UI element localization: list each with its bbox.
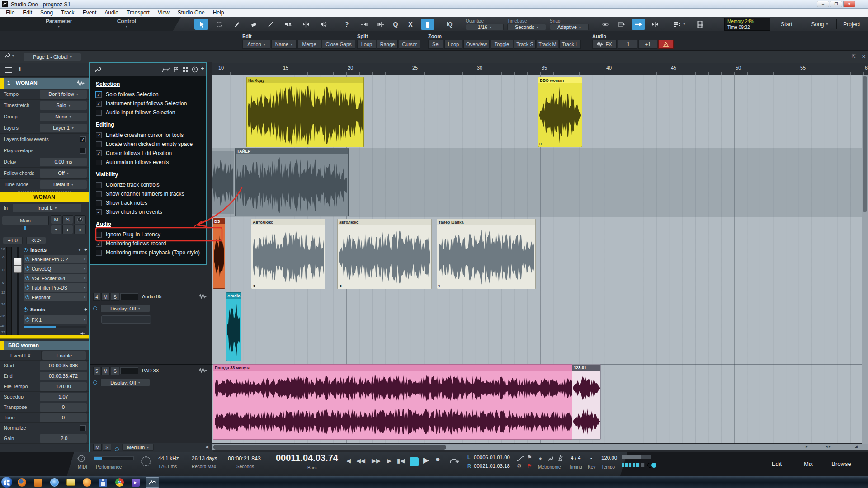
audio-event[interactable]: автолюкс ◀ (337, 219, 432, 289)
quantize-select[interactable]: 1/16 (466, 24, 504, 30)
audio-event[interactable]: АвтоЛюкс ◀ (251, 219, 326, 289)
zoom-overview-button[interactable]: Overview (463, 40, 490, 49)
timing-value[interactable]: 4 / 4 (571, 455, 580, 460)
tempo-value[interactable]: 120.00 (601, 455, 617, 460)
audio-event[interactable]: ТАЙЕР (235, 148, 349, 216)
audio-fx-button[interactable]: FX (592, 40, 617, 49)
transpose-minus-button[interactable]: -1 (618, 40, 637, 49)
minimize-button[interactable]: – (817, 1, 829, 7)
checkbox[interactable] (96, 141, 102, 147)
key-value[interactable]: - (590, 455, 592, 460)
explorer-icon[interactable] (65, 477, 76, 488)
power-icon[interactable] (25, 318, 29, 322)
vertical-scrollbar[interactable] (862, 75, 868, 444)
gear-icon[interactable]: ⚙ (517, 463, 522, 469)
snap-select[interactable]: Adaptive (550, 24, 589, 30)
menu-view[interactable]: View (154, 9, 174, 16)
event-fx-enable-button[interactable]: Enable (42, 351, 86, 360)
solo-button[interactable]: S (62, 215, 73, 224)
power-icon[interactable] (25, 257, 29, 261)
close-button[interactable]: ✕ (843, 1, 855, 7)
track-4-solo[interactable]: S (111, 293, 119, 301)
firefox-icon[interactable] (16, 477, 27, 488)
metronome-icon[interactable] (557, 455, 564, 462)
record-button[interactable]: ● (435, 455, 440, 464)
timebase-select[interactable]: Seconds (507, 24, 546, 30)
insert-slot[interactable]: Elephant▾ (24, 293, 87, 301)
input-monitor-button[interactable] (74, 225, 86, 234)
merge-button[interactable]: Merge (297, 40, 321, 49)
track-4-name[interactable]: Audio 05 (142, 294, 161, 299)
loop-end-value[interactable]: 00021.01.03.18 (474, 463, 510, 469)
menu-track[interactable]: Track (57, 9, 79, 16)
audio-event-clipped[interactable] (212, 151, 234, 214)
power-icon[interactable] (25, 295, 29, 299)
start-page-button[interactable]: Start (774, 19, 799, 29)
audio-event[interactable]: тайер шапка ч (437, 219, 536, 289)
red-marker-icon[interactable]: ⚑ (527, 463, 532, 469)
info-icon[interactable]: i (19, 66, 21, 73)
checkbox[interactable] (96, 160, 102, 165)
menu-item[interactable]: Instrument Input follows Selection (96, 99, 206, 108)
eraser-tool[interactable] (247, 19, 261, 30)
transpose-plus-button[interactable]: +1 (638, 40, 657, 49)
precount-icon[interactable]: ● (539, 455, 542, 461)
float-window-icon[interactable]: ⇱ (852, 54, 856, 60)
checkbox[interactable] (96, 182, 102, 188)
fade-handle-icon[interactable]: ◀ (252, 284, 255, 288)
track-5-mute[interactable]: M (101, 367, 110, 375)
checkbox[interactable] (96, 250, 102, 256)
fader-mini-icon[interactable] (599, 19, 612, 30)
menu-item[interactable]: Show track notes (96, 198, 206, 207)
menu-help[interactable]: Help (209, 9, 228, 16)
range-tool[interactable] (213, 19, 226, 30)
action-button[interactable]: Action (242, 40, 270, 49)
performance-meter[interactable] (94, 456, 134, 460)
loop-button[interactable] (448, 455, 460, 465)
automation-curve-icon[interactable] (162, 66, 170, 73)
channel-name-header[interactable]: WOMAN (0, 192, 89, 202)
audio-event[interactable]: DS (213, 218, 225, 289)
clock-icon[interactable] (192, 66, 198, 73)
menu-event[interactable]: Event (79, 9, 101, 16)
grid-icon[interactable] (182, 66, 189, 73)
loop-start-value[interactable]: 00006.01.01.00 (474, 455, 510, 460)
track-5-display-select[interactable]: Display: Off (100, 379, 150, 386)
power-icon[interactable] (115, 447, 119, 451)
event-inspector-header[interactable]: БВО woman (0, 341, 89, 350)
delay-value[interactable]: 0.00 ms (40, 158, 87, 166)
checkbox[interactable] (96, 232, 102, 238)
rewind-button[interactable]: ◀◀ (356, 457, 365, 464)
menu-item[interactable]: Automation follows events (96, 158, 206, 167)
add-send-icon[interactable]: + (84, 306, 87, 313)
audio-event[interactable]: Aradio B (226, 292, 241, 361)
mono-button[interactable] (62, 225, 73, 234)
event-end-value[interactable]: 00:00:38.472 (40, 372, 87, 380)
save-icon[interactable] (98, 477, 108, 488)
mix-view-button[interactable]: Mix (798, 458, 818, 469)
track-4-mute[interactable]: M (101, 293, 110, 301)
send-level-track[interactable] (24, 326, 86, 328)
aimp-icon[interactable] (33, 477, 43, 488)
close-gaps-button[interactable]: Close Gaps (322, 40, 355, 49)
timeline-ruler[interactable]: 10 15 20 25 30 35 40 45 50 55 60 (212, 63, 868, 75)
line-tool[interactable] (264, 19, 278, 30)
edit-view-button[interactable]: Edit (765, 458, 788, 469)
input-select[interactable]: Input L (13, 204, 81, 212)
insert-slot[interactable]: FabFilter Pro-C 2▾ (24, 255, 87, 263)
grid-view-button[interactable] (670, 19, 689, 30)
event-file-tempo-value[interactable]: 120.00 (40, 382, 87, 391)
split-loop-button[interactable]: Loop (357, 40, 376, 49)
seconds-value[interactable]: 00:00:21.843 (228, 455, 261, 462)
scrollbar-thumb[interactable] (213, 445, 446, 450)
power-icon[interactable] (25, 286, 29, 290)
track-small-button[interactable]: Track S (514, 40, 536, 49)
transient-right-tool[interactable] (374, 19, 387, 30)
checkbox[interactable] (96, 101, 102, 107)
checkbox[interactable] (96, 92, 102, 98)
footer-mute[interactable]: M (93, 444, 102, 451)
checkbox[interactable] (96, 132, 102, 138)
control-dropdown[interactable]: Control▼ (99, 19, 154, 29)
menu-item[interactable]: Solo follows Selection (96, 90, 206, 99)
menu-studio-one[interactable]: Studio One (174, 9, 209, 16)
